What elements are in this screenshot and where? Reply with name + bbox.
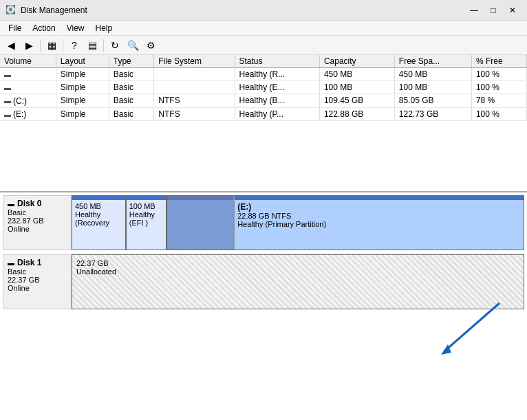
- disk-0-name: Disk 0: [17, 199, 41, 208]
- volume-table: Volume Layout Type File System Status Ca…: [0, 55, 527, 121]
- col-status[interactable]: Status: [235, 55, 319, 68]
- menu-action[interactable]: Action: [27, 22, 61, 34]
- p-size: 100 MB: [129, 202, 163, 210]
- table-row[interactable]: ▬(C:)SimpleBasicNTFSHealthy (B...109.45 …: [0, 94, 527, 108]
- table-row[interactable]: ▬SimpleBasicHealthy (E...100 MB100 MB100…: [0, 81, 527, 94]
- rescan-button[interactable]: 🔍: [125, 38, 141, 53]
- disk-1-status: Online: [8, 284, 67, 292]
- disk-0-label: ▬ Disk 0 Basic 232.87 GB Online: [3, 195, 72, 250]
- p-label: Unallocated: [76, 267, 519, 276]
- title-bar-controls: — □ ✕: [465, 3, 521, 17]
- close-button[interactable]: ✕: [504, 3, 521, 17]
- disk-0-partitions: 450 MB Healthy (Recovery 100 MB Healthy …: [72, 195, 524, 250]
- toolbar-sep-2: [63, 39, 63, 52]
- p-label2: Healthy (Primary Partition): [237, 220, 521, 228]
- back-button[interactable]: ◀: [3, 38, 19, 53]
- title-bar-icon: 💽: [6, 5, 17, 16]
- toolbar-sep-1: [40, 39, 41, 52]
- disk-0-partition-efi[interactable]: 100 MB Healthy (EFI ): [127, 196, 167, 250]
- p-drive: (E:): [237, 202, 521, 212]
- col-type[interactable]: Type: [109, 55, 154, 68]
- main-content: Volume Layout Type File System Status Ca…: [0, 55, 527, 420]
- menu-file[interactable]: File: [3, 22, 27, 34]
- table-area: Volume Layout Type File System Status Ca…: [0, 55, 527, 192]
- disk-0-type: Basic: [8, 208, 67, 217]
- disk-0-partition-e[interactable]: (E:) 22.88 GB NTFS Healthy (Primary Part…: [235, 196, 524, 250]
- disk-area-wrapper: ▬ Disk 0 Basic 232.87 GB Online 450 MB H…: [0, 192, 527, 420]
- p-sublabel: 22.88 GB NTFS: [237, 212, 521, 220]
- p-size: 22.37 GB: [76, 259, 519, 267]
- col-volume[interactable]: Volume: [0, 55, 56, 68]
- toolbar-sep-3: [103, 39, 104, 52]
- blue-arrow: [431, 296, 513, 365]
- disk-1-label: ▬ Disk 1 Basic 22.37 GB Online: [3, 254, 72, 309]
- title-bar-text: Disk Management: [21, 5, 465, 15]
- p-size: 450 MB: [75, 202, 122, 210]
- p-label: Healthy (EFI ): [129, 210, 163, 227]
- help-button[interactable]: ?: [66, 38, 83, 53]
- disk-0-partition-main[interactable]: [167, 196, 235, 250]
- svg-line-0: [444, 303, 499, 351]
- properties-button[interactable]: ▤: [84, 38, 100, 53]
- table-row[interactable]: ▬SimpleBasicHealthy (R...450 MB450 MB100…: [0, 68, 527, 81]
- col-filesystem[interactable]: File System: [154, 55, 235, 68]
- col-free[interactable]: Free Spa...: [394, 55, 471, 68]
- disk-0-partition-recovery[interactable]: 450 MB Healthy (Recovery: [72, 196, 127, 250]
- title-bar: 💽 Disk Management — □ ✕: [0, 0, 527, 21]
- minimize-button[interactable]: —: [465, 3, 483, 17]
- maximize-button[interactable]: □: [484, 3, 502, 17]
- menu-view[interactable]: View: [61, 22, 90, 34]
- disk-1-type: Basic: [8, 267, 67, 276]
- p-label: Healthy (Recovery: [75, 210, 122, 227]
- refresh-button[interactable]: ↻: [107, 38, 123, 53]
- menu-help[interactable]: Help: [90, 22, 118, 34]
- col-capacity[interactable]: Capacity: [319, 55, 394, 68]
- disk-0-size: 232.87 GB: [8, 217, 67, 225]
- extra-button[interactable]: ⚙: [142, 38, 159, 53]
- disk-1-size: 22.37 GB: [8, 276, 67, 284]
- disk-0-row: ▬ Disk 0 Basic 232.87 GB Online 450 MB H…: [3, 195, 524, 250]
- disk-1-name: Disk 1: [17, 258, 41, 267]
- view-button[interactable]: ▦: [43, 38, 60, 53]
- table-row[interactable]: ▬(E:)SimpleBasicNTFSHealthy (P...122.88 …: [0, 107, 527, 121]
- col-layout[interactable]: Layout: [56, 55, 109, 68]
- toolbar: ◀ ▶ ▦ ? ▤ ↻ 🔍 ⚙: [0, 36, 527, 55]
- menu-bar: File Action View Help: [0, 21, 527, 36]
- disk-0-status: Online: [8, 225, 67, 233]
- forward-button[interactable]: ▶: [21, 38, 37, 53]
- col-pct[interactable]: % Free: [471, 55, 526, 68]
